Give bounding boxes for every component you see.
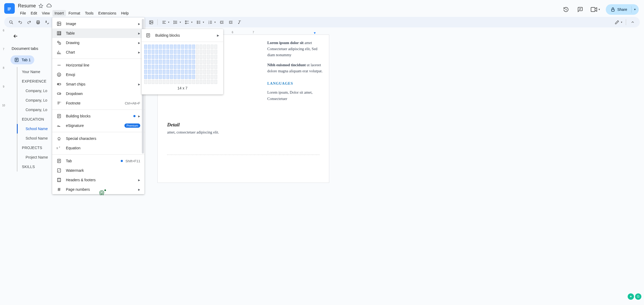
grid-cell[interactable] (211, 55, 214, 59)
grid-cell[interactable] (174, 70, 177, 74)
grid-cell[interactable] (181, 75, 184, 79)
grid-cell[interactable] (200, 50, 202, 54)
grid-cell[interactable] (211, 60, 214, 64)
grid-cell[interactable] (196, 50, 199, 54)
grid-cell[interactable] (203, 55, 206, 59)
grid-cell[interactable] (163, 70, 166, 74)
bullet-list-dropdown[interactable]: ▼ (195, 18, 206, 26)
grid-cell[interactable] (185, 65, 188, 69)
grid-cell[interactable] (163, 75, 166, 79)
grid-cell[interactable] (174, 60, 177, 64)
grid-cell[interactable] (155, 60, 158, 64)
grid-cell[interactable] (214, 75, 217, 79)
clear-formatting-icon[interactable] (236, 18, 244, 26)
grid-cell[interactable] (170, 70, 173, 74)
grid-cell[interactable] (200, 60, 202, 64)
insert-menu-drawing[interactable]: Drawing▶ (52, 38, 144, 47)
grid-cell[interactable] (174, 80, 177, 84)
menu-format[interactable]: Format (66, 10, 82, 16)
grid-cell[interactable] (188, 50, 191, 54)
menu-help[interactable]: Help (119, 10, 131, 16)
grid-cell[interactable] (200, 80, 202, 84)
grid-cell[interactable] (155, 65, 158, 69)
grid-cell[interactable] (185, 45, 188, 49)
grid-cell[interactable] (207, 65, 210, 69)
undo-icon[interactable] (16, 18, 24, 26)
grid-cell[interactable] (152, 60, 154, 64)
grid-cell[interactable] (174, 45, 177, 49)
grid-cell[interactable] (196, 75, 199, 79)
grid-cell[interactable] (170, 45, 173, 49)
grid-cell[interactable] (200, 55, 202, 59)
grid-cell[interactable] (185, 75, 188, 79)
grid-cell[interactable] (192, 75, 195, 79)
grid-cell[interactable] (207, 60, 210, 64)
menu-tools[interactable]: Tools (83, 10, 96, 16)
grid-cell[interactable] (159, 70, 162, 74)
grid-cell[interactable] (214, 70, 217, 74)
grid-cell[interactable] (152, 80, 154, 84)
tab-pill-active[interactable]: Tab 1 (11, 55, 34, 64)
grid-cell[interactable] (166, 75, 169, 79)
redo-icon[interactable] (25, 18, 33, 26)
grid-cell[interactable] (211, 70, 214, 74)
insert-menu-dropdown[interactable]: Dropdown (52, 89, 144, 98)
editing-mode-dropdown[interactable]: ▼ (613, 18, 624, 26)
grid-cell[interactable] (196, 65, 199, 69)
menu-insert[interactable]: Insert (52, 10, 66, 16)
grid-cell[interactable] (203, 45, 206, 49)
grid-cell[interactable] (207, 75, 210, 79)
numbered-list-dropdown[interactable]: 123▼ (206, 18, 217, 26)
grid-cell[interactable] (181, 50, 184, 54)
insert-menu-image[interactable]: Image▶ (52, 19, 144, 28)
grid-cell[interactable] (214, 55, 217, 59)
grid-cell[interactable] (177, 55, 180, 59)
grid-cell[interactable] (166, 70, 169, 74)
grid-cell[interactable] (166, 65, 169, 69)
grid-cell[interactable] (211, 75, 214, 79)
back-arrow-icon[interactable] (11, 32, 21, 41)
grid-cell[interactable] (188, 80, 191, 84)
grid-cell[interactable] (196, 80, 199, 84)
grid-cell[interactable] (177, 45, 180, 49)
grid-cell[interactable] (148, 65, 151, 69)
submenu-building-blocks[interactable]: Building blocks ▶ (142, 31, 223, 40)
meet-button[interactable]: ▼ (589, 7, 602, 12)
grid-cell[interactable] (170, 65, 173, 69)
grid-cell[interactable] (200, 75, 202, 79)
grid-cell[interactable] (181, 80, 184, 84)
grid-cell[interactable] (148, 50, 151, 54)
grid-cell[interactable] (144, 60, 147, 64)
grid-cell[interactable] (170, 75, 173, 79)
insert-image-icon[interactable] (147, 18, 155, 26)
grid-cell[interactable] (155, 45, 158, 49)
document-title[interactable]: Resume (18, 3, 36, 9)
grid-cell[interactable] (188, 55, 191, 59)
grid-cell[interactable] (207, 45, 210, 49)
grid-cell[interactable] (148, 75, 151, 79)
grid-cell[interactable] (200, 65, 202, 69)
grid-cell[interactable] (192, 80, 195, 84)
grid-cell[interactable] (185, 80, 188, 84)
grid-cell[interactable] (163, 60, 166, 64)
indent-decrease-icon[interactable] (218, 18, 226, 26)
grid-cell[interactable] (203, 65, 206, 69)
grid-cell[interactable] (214, 80, 217, 84)
grammarly-badge-icon[interactable]: G (635, 293, 641, 300)
grid-cell[interactable] (148, 70, 151, 74)
grid-cell[interactable] (185, 70, 188, 74)
spellcheck-icon[interactable] (43, 18, 51, 26)
grid-cell[interactable] (170, 55, 173, 59)
grid-cell[interactable] (203, 70, 206, 74)
grid-cell[interactable] (159, 45, 162, 49)
grid-cell[interactable] (214, 60, 217, 64)
grid-cell[interactable] (170, 50, 173, 54)
grid-cell[interactable] (152, 50, 154, 54)
grid-cell[interactable] (192, 45, 195, 49)
grid-cell[interactable] (211, 45, 214, 49)
insert-menu-horizontal-line[interactable]: Horizontal line (52, 60, 144, 70)
grid-cell[interactable] (144, 55, 147, 59)
grid-cell[interactable] (174, 50, 177, 54)
grid-cell[interactable] (148, 55, 151, 59)
grid-cell[interactable] (144, 75, 147, 79)
